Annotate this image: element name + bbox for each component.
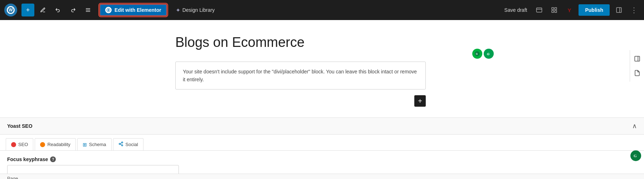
yoast-section-title: Yoast SEO: [7, 123, 33, 129]
svg-rect-6: [537, 8, 542, 12]
status-bar: Page: [0, 174, 644, 179]
editor-content: Blogs on Ecommerce Your site doesn't inc…: [168, 20, 476, 114]
design-library-button[interactable]: ✦ Design Library: [172, 5, 218, 16]
block-notice: Your site doesn't include support for th…: [175, 62, 426, 90]
schema-grid-icon: ⊞: [83, 142, 87, 147]
tab-social[interactable]: Social: [113, 138, 143, 150]
sidebar-toggle-button[interactable]: [613, 4, 625, 16]
focus-keyphrase-section: Focus keyphrase ?: [7, 156, 637, 162]
svg-point-18: [121, 142, 123, 144]
redo-button[interactable]: [67, 4, 79, 16]
svg-point-3: [107, 8, 110, 12]
readability-status-dot: [40, 142, 45, 147]
right-panel-icon-1[interactable]: [631, 53, 643, 64]
publish-button[interactable]: Publish: [579, 4, 610, 16]
page-title[interactable]: Blogs on Ecommerce: [175, 34, 469, 51]
elementor-icon: [105, 7, 112, 13]
svg-rect-10: [552, 11, 554, 13]
more-options-button[interactable]: ⋮: [628, 4, 640, 16]
main-toolbar: + Edit with Elementor: [0, 0, 644, 20]
add-block-below-button[interactable]: +: [414, 95, 426, 107]
divi-icon: ✦: [176, 7, 180, 14]
svg-point-19: [119, 144, 120, 145]
yoast-collapse-button[interactable]: ∧: [632, 122, 637, 130]
svg-text:G: G: [634, 154, 637, 158]
yoast-button[interactable]: Y: [564, 4, 575, 16]
wp-logo[interactable]: [4, 4, 17, 16]
svg-rect-9: [555, 8, 557, 9]
svg-rect-5: [109, 9, 109, 11]
svg-rect-4: [108, 9, 108, 11]
seo-status-dot: [11, 142, 16, 147]
tab-schema-label: Schema: [89, 142, 106, 147]
toolbar-right: Save draft Y Publish: [502, 4, 640, 16]
social-share-icon: [118, 141, 123, 147]
tab-seo[interactable]: SEO: [6, 138, 33, 150]
edit-elementor-button[interactable]: Edit with Elementor: [99, 4, 167, 16]
tab-readability[interactable]: Readability: [35, 138, 75, 150]
yoast-icon: Y: [567, 7, 571, 13]
view-mode-button[interactable]: [533, 4, 545, 16]
svg-point-20: [121, 145, 123, 146]
yoast-seo-section: Yoast SEO ∧ SEO Readability ⊞ Schema: [0, 117, 644, 179]
add-block-button[interactable]: +: [21, 4, 34, 16]
tab-readability-label: Readability: [47, 142, 70, 147]
svg-rect-12: [616, 8, 621, 13]
page-label: Page: [7, 176, 18, 179]
svg-line-22: [120, 143, 122, 144]
tab-seo-label: SEO: [18, 142, 28, 147]
grammarly-icon-2[interactable]: G: [484, 49, 494, 59]
design-library-label: Design Library: [182, 7, 215, 13]
yoast-header: Yoast SEO ∧: [0, 118, 644, 135]
main-content-area: Blogs on Ecommerce Your site doesn't inc…: [0, 20, 644, 179]
edit-elementor-label: Edit with Elementor: [114, 7, 161, 13]
tab-social-label: Social: [126, 142, 138, 147]
tools-button[interactable]: [36, 4, 49, 16]
svg-rect-23: [635, 56, 640, 61]
right-panel-icon-2[interactable]: [631, 67, 643, 79]
content-header-icons: G G: [472, 49, 494, 59]
undo-button[interactable]: [52, 4, 64, 16]
svg-line-21: [120, 144, 122, 145]
tab-schema[interactable]: ⊞ Schema: [77, 138, 112, 150]
svg-text:G: G: [476, 53, 478, 55]
more-icon: ⋮: [630, 6, 638, 14]
layout-button[interactable]: [548, 4, 560, 16]
yoast-tabs: SEO Readability ⊞ Schema: [0, 135, 644, 151]
svg-rect-8: [552, 8, 554, 9]
svg-rect-11: [555, 11, 557, 13]
save-draft-button[interactable]: Save draft: [502, 5, 530, 15]
block-list-button[interactable]: [82, 4, 94, 16]
focus-keyphrase-label-text: Focus keyphrase: [7, 156, 48, 162]
grammarly-icon-1[interactable]: G: [472, 49, 482, 59]
help-icon[interactable]: ?: [50, 156, 56, 162]
svg-text:G: G: [487, 52, 490, 56]
grammarly-circle-button[interactable]: G: [630, 150, 641, 161]
